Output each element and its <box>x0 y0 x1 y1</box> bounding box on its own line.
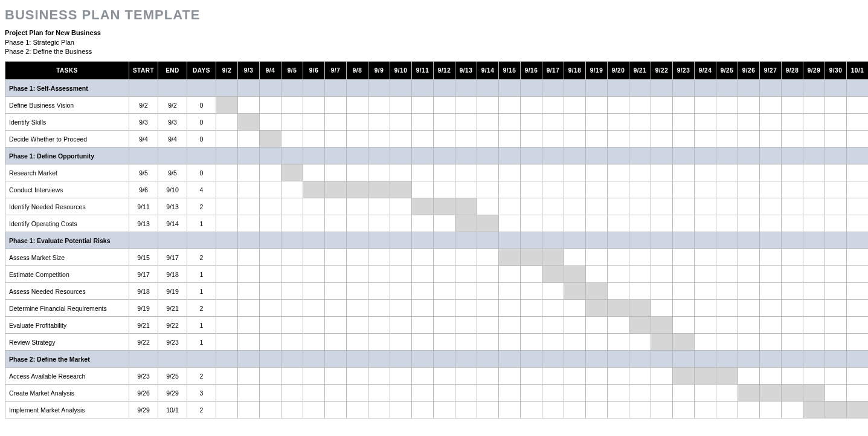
gantt-cell <box>782 249 803 266</box>
gantt-cell <box>716 232 738 249</box>
gantt-cell <box>368 80 390 97</box>
gantt-cell <box>542 385 564 402</box>
task-label: Identify Operating Costs <box>5 215 129 232</box>
gantt-cell <box>216 97 238 114</box>
gantt-cell <box>368 198 390 215</box>
gantt-cell <box>434 385 455 402</box>
gantt-cell <box>521 266 542 283</box>
task-label: Access Available Research <box>5 368 129 385</box>
col-tasks: TASKS <box>5 62 129 80</box>
gantt-cell <box>586 266 608 283</box>
gantt-cell <box>325 368 347 385</box>
col-days: DAYS <box>187 62 216 80</box>
cell-start: 9/13 <box>129 215 158 232</box>
gantt-cell <box>347 114 368 131</box>
gantt-cell <box>521 300 542 317</box>
gantt-cell <box>629 283 651 300</box>
gantt-cell <box>281 215 303 232</box>
cell-end: 9/5 <box>158 164 187 181</box>
gantt-cell <box>673 334 695 351</box>
cell-start: 9/5 <box>129 164 158 181</box>
gantt-cell <box>825 283 847 300</box>
gantt-cell <box>586 114 608 131</box>
col-date: 9/25 <box>716 62 738 80</box>
gantt-cell <box>542 351 564 368</box>
gantt-cell <box>477 368 499 385</box>
cell-end: 9/22 <box>158 317 187 334</box>
gantt-cell <box>347 317 368 334</box>
gantt-cell <box>455 317 477 334</box>
gantt-cell <box>629 131 651 148</box>
gantt-cell <box>521 198 542 215</box>
gantt-cell <box>347 249 368 266</box>
gantt-cell <box>521 181 542 198</box>
gantt-cell <box>803 232 825 249</box>
gantt-cell <box>760 334 782 351</box>
gantt-cell <box>695 97 716 114</box>
gantt-cell <box>782 402 803 418</box>
phase-label: Phase 1: Evaluate Potential Risks <box>5 232 129 249</box>
gantt-cell <box>760 368 782 385</box>
gantt-cell <box>412 232 434 249</box>
col-date: 9/23 <box>673 62 695 80</box>
gantt-cell <box>760 249 782 266</box>
gantt-cell <box>303 402 325 418</box>
gantt-cell <box>412 266 434 283</box>
gantt-cell <box>738 148 760 164</box>
gantt-cell <box>499 266 521 283</box>
gantt-cell <box>260 131 281 148</box>
cell-days: 1 <box>187 317 216 334</box>
gantt-cell <box>216 317 238 334</box>
col-date: 9/20 <box>608 62 629 80</box>
gantt-cell <box>825 249 847 266</box>
gantt-cell <box>499 97 521 114</box>
gantt-cell <box>782 317 803 334</box>
cell-end: 9/17 <box>158 249 187 266</box>
gantt-cell <box>238 266 260 283</box>
gantt-cell <box>825 164 847 181</box>
gantt-cell <box>477 402 499 418</box>
cell-days <box>187 80 216 97</box>
gantt-cell <box>412 181 434 198</box>
cell-end <box>158 80 187 97</box>
gantt-cell <box>390 385 412 402</box>
gantt-cell <box>825 198 847 215</box>
gantt-cell <box>260 317 281 334</box>
col-date: 9/9 <box>368 62 390 80</box>
gantt-cell <box>803 215 825 232</box>
gantt-cell <box>260 232 281 249</box>
cell-end <box>158 351 187 368</box>
gantt-cell <box>412 351 434 368</box>
gantt-cell <box>368 215 390 232</box>
gantt-cell <box>651 368 673 385</box>
task-label: Create Market Analysis <box>5 385 129 402</box>
gantt-cell <box>499 402 521 418</box>
gantt-cell <box>847 266 869 283</box>
gantt-cell <box>477 148 499 164</box>
gantt-cell <box>303 368 325 385</box>
gantt-cell <box>390 300 412 317</box>
gantt-cell <box>477 114 499 131</box>
gantt-cell <box>434 80 455 97</box>
gantt-cell <box>390 317 412 334</box>
gantt-cell <box>564 351 586 368</box>
gantt-cell <box>629 232 651 249</box>
gantt-cell <box>542 181 564 198</box>
gantt-cell <box>368 164 390 181</box>
gantt-cell <box>368 402 390 418</box>
gantt-cell <box>803 80 825 97</box>
gantt-cell <box>803 114 825 131</box>
gantt-cell <box>825 148 847 164</box>
gantt-cell <box>325 148 347 164</box>
task-row: Identify Needed Resources9/119/132 <box>5 198 869 215</box>
gantt-cell <box>368 283 390 300</box>
meta-line: Phase 2: Define the Business <box>5 48 863 55</box>
gantt-cell <box>847 351 869 368</box>
gantt-cell <box>499 148 521 164</box>
gantt-cell <box>368 249 390 266</box>
gantt-cell <box>412 114 434 131</box>
cell-start: 9/29 <box>129 402 158 418</box>
col-date: 9/21 <box>629 62 651 80</box>
gantt-cell <box>499 334 521 351</box>
gantt-cell <box>455 198 477 215</box>
